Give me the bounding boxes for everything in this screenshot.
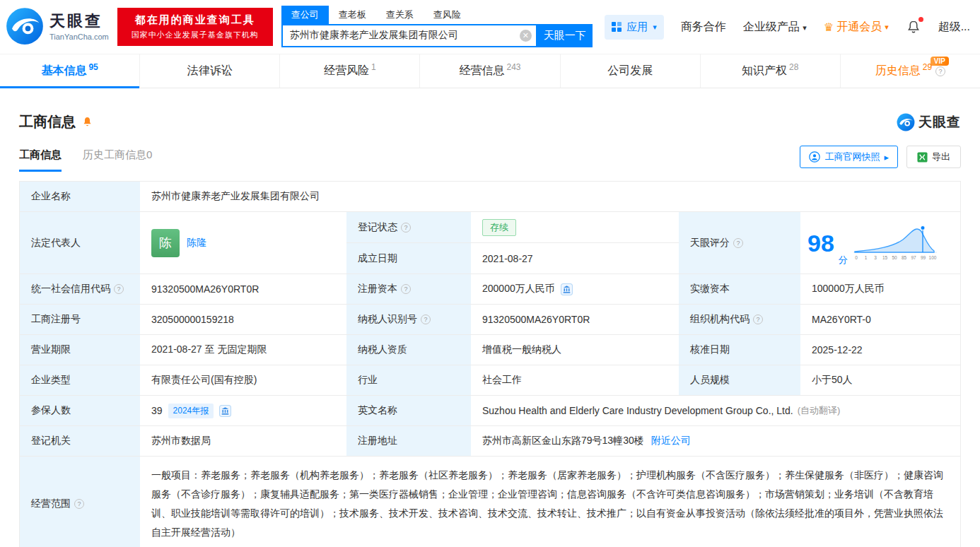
tab-operating-info[interactable]: 经营信息 243 (419, 54, 559, 88)
help-icon[interactable]: ? (753, 314, 763, 324)
field-label-wrap: 天眼评分 ? (679, 212, 800, 274)
subtab-business-info[interactable]: 工商信息 (19, 148, 62, 172)
logo-title: 天眼查 (49, 13, 109, 30)
apps-label: 应用 (626, 20, 648, 34)
tab-label: 法律诉讼 (187, 64, 233, 78)
search-tab-risk[interactable]: 查风险 (424, 6, 471, 24)
brand-logo-icon (897, 113, 915, 131)
tab-operating-risk[interactable]: 经营风险 1 (279, 54, 419, 88)
brand-name: 天眼查 (918, 113, 961, 131)
table-row: 统一社会信用代码 ? 91320500MA26Y0RT0R 注册资本 ? 200… (20, 274, 960, 305)
search-input[interactable] (281, 24, 537, 47)
tab-count: 1 (371, 62, 376, 72)
business-term-value: 2021-08-27 至 无固定期限 (140, 335, 346, 365)
tab-label: 基本信息 (41, 64, 86, 78)
field-label: 营业期限 (20, 335, 140, 365)
svg-text:50: 50 (892, 255, 897, 260)
help-icon[interactable]: ? (733, 238, 743, 248)
search-tab-relation[interactable]: 查关系 (376, 6, 424, 24)
help-icon[interactable]: ? (401, 284, 411, 294)
table-row: 企业名称 苏州市健康养老产业发展集团有限公司 (20, 182, 960, 212)
business-info-table: 企业名称 苏州市健康养老产业发展集团有限公司 法定代表人 陈 陈隆 登记状态 ?… (19, 181, 961, 547)
legal-rep-avatar[interactable]: 陈 (151, 229, 180, 257)
establish-date-value: 2021-08-27 (471, 243, 679, 274)
reg-capital-value: 200000万人民币 (482, 283, 555, 295)
export-button[interactable]: 导出 (906, 146, 961, 168)
table-row: 法定代表人 陈 陈隆 登记状态 ? 存续 成立日期 2021-08-27 天眼评… (20, 212, 960, 274)
tab-company-development[interactable]: 公司发展 (560, 54, 700, 88)
search-button[interactable]: 天眼一下 (537, 24, 593, 47)
tab-legal-proceedings[interactable]: 法律诉讼 (139, 54, 279, 88)
table-row: 工商注册号 320500000159218 纳税人识别号 ? 91320500M… (20, 305, 960, 335)
table-row: 参保人数 39 2024年报 英文名称 Suzhou Health and El… (20, 396, 960, 426)
annual-report-badge[interactable]: 2024年报 (168, 404, 214, 418)
taxpayer-id-value: 91320500MA26Y0RT0R (471, 305, 679, 334)
reg-capital-cell: 200000万人民币 (471, 274, 679, 304)
field-label-wrap: 经营范围 ? (20, 457, 140, 547)
annual-report-icon[interactable] (219, 405, 231, 417)
help-icon[interactable]: ? (74, 499, 84, 509)
enterprise-label: 企业级产品 (743, 20, 800, 33)
tab-count: 95 (88, 62, 98, 72)
search-tab-company[interactable]: 查公司 (281, 6, 329, 24)
tab-label: 历史信息 (875, 64, 921, 78)
chevron-down-icon: ▾ (803, 23, 807, 32)
legal-rep-link[interactable]: 陈隆 (187, 237, 206, 249)
help-icon[interactable]: ? (401, 223, 411, 233)
company-tab-bar: 基本信息 95 法律诉讼 经营风险 1 经营信息 243 公司发展 知识产权 2… (0, 54, 980, 88)
nav-business-cooperation[interactable]: 商务合作 (681, 20, 726, 35)
credit-code-value: 91320500MA26Y0RT0R (140, 274, 346, 304)
field-label: 天眼评分 (690, 237, 730, 249)
svg-text:15: 15 (882, 255, 888, 260)
subtab-history-business-info[interactable]: 历史工商信息0 (83, 148, 152, 172)
nav-super-vip[interactable]: 超级... (938, 20, 970, 35)
field-label: 核准日期 (679, 335, 800, 365)
score-curve-chart: 0 1 3 15 50 85 97 99 100 (852, 224, 938, 262)
arrow-right-icon: ▸ (884, 152, 889, 163)
field-label: 工商注册号 (20, 305, 140, 334)
subscribe-bell-icon[interactable] (81, 116, 93, 128)
tab-label: 经营风险 (324, 64, 369, 78)
search-tabs: 查公司 查老板 查关系 查风险 (281, 7, 593, 24)
tab-count: 243 (506, 62, 520, 72)
tab-intellectual-property[interactable]: 知识产权 28 (700, 54, 840, 88)
field-label: 注册地址 (346, 426, 471, 456)
promo-line-2: 国家中小企业发展子基金旗下机构 (132, 30, 259, 40)
nav-enterprise-products[interactable]: 企业级产品 ▾ (743, 20, 807, 35)
svg-text:0: 0 (855, 255, 858, 260)
notification-bell-icon[interactable] (906, 19, 921, 35)
field-label: 组织机构代码 (690, 313, 749, 326)
help-icon[interactable]: ? (935, 66, 945, 76)
insured-value: 39 (151, 405, 163, 416)
english-name-cell: Suzhou Health and Elderly Care Industry … (471, 396, 960, 425)
reg-number-value: 320500000159218 (140, 305, 346, 334)
apps-menu[interactable]: 应用 ▾ (605, 15, 664, 40)
search-tab-boss[interactable]: 查老板 (329, 6, 376, 24)
section-title: 工商信息 (19, 112, 76, 131)
header-nav: 应用 ▾ 商务合作 企业级产品 ▾ ♛ 开通会员 ▾ 超级... (605, 15, 970, 40)
capital-record-icon[interactable] (561, 283, 573, 295)
help-icon[interactable]: ? (421, 314, 431, 324)
chevron-down-icon: ▾ (653, 23, 657, 32)
reg-address-value: 苏州市高新区金山东路79号13幢30楼 (482, 435, 644, 447)
nav-open-vip[interactable]: ♛ 开通会员 ▾ (824, 20, 889, 35)
reg-status-cell: 存续 (471, 212, 679, 242)
help-icon[interactable]: ? (114, 284, 124, 294)
section-header: 工商信息 天眼查 (0, 88, 980, 131)
excel-icon (917, 152, 928, 163)
svg-text:1: 1 (865, 255, 868, 260)
tianyancha-logo[interactable]: 天眼查 TianYanCha.com (6, 7, 109, 47)
svg-text:85: 85 (902, 255, 907, 260)
field-label-wrap: 登记状态 ? (346, 212, 471, 242)
official-snapshot-button[interactable]: 工商官网快照 ▸ (800, 146, 898, 168)
table-row: 登记机关 苏州市数据局 注册地址 苏州市高新区金山东路79号13幢30楼 附近公… (20, 426, 960, 457)
crown-icon: ♛ (824, 20, 834, 34)
nearby-companies-link[interactable]: 附近公司 (651, 435, 691, 447)
vip-badge: VIP (931, 57, 949, 66)
tab-count: 29 (923, 62, 932, 72)
search-clear-icon[interactable]: ✕ (520, 30, 532, 42)
tab-history-info[interactable]: VIP 历史信息 29 ? (840, 54, 980, 88)
notification-dot (918, 17, 923, 22)
tab-basic-info[interactable]: 基本信息 95 (0, 54, 139, 88)
field-label: 注册资本 (358, 283, 397, 295)
